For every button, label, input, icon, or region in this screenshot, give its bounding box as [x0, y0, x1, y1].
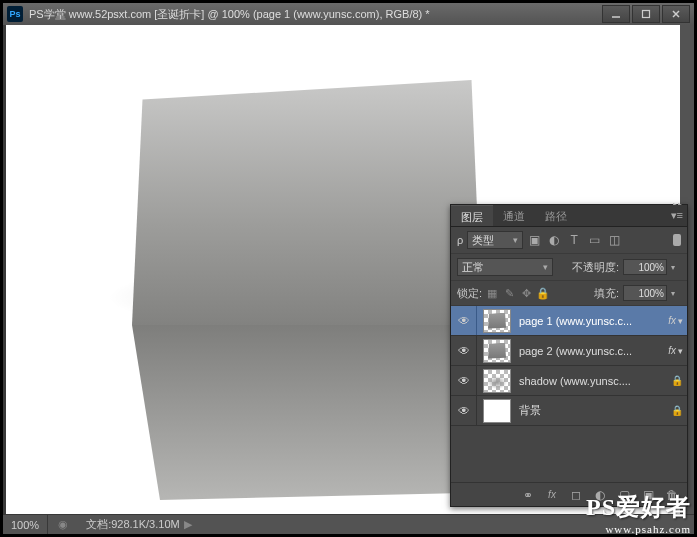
opacity-label: 不透明度:: [572, 260, 619, 275]
layer-name[interactable]: shadow (www.yunsc....: [517, 375, 667, 387]
watermark: PS爱好者 www.psahz.com: [586, 491, 691, 535]
close-button[interactable]: [662, 5, 690, 23]
layer-row[interactable]: 👁shadow (www.yunsc....🔒: [451, 366, 687, 396]
fill-slider-icon[interactable]: ▾: [671, 289, 681, 298]
layer-fx-badge[interactable]: fx: [668, 315, 676, 326]
zoom-level[interactable]: 100%: [3, 515, 48, 534]
filter-type-icon[interactable]: T: [567, 233, 581, 247]
layers-panel: ▸▸ 图层 通道 路径 ▾≡ ρ 类型▾ ▣ ◐ T ▭ ◫ 正常▾ 不透明度:…: [450, 204, 688, 507]
lock-all-icon[interactable]: 🔒: [537, 287, 549, 300]
filter-pixel-icon[interactable]: ▣: [527, 233, 541, 247]
lock-icon: 🔒: [671, 375, 683, 386]
layer-row[interactable]: 👁page 2 (www.yunsc.c...fx▾: [451, 336, 687, 366]
layer-row[interactable]: 👁page 1 (www.yunsc.c...fx▾: [451, 306, 687, 336]
tab-layers[interactable]: 图层: [451, 205, 493, 226]
blend-mode-select[interactable]: 正常▾: [457, 258, 553, 276]
fx-expand-icon[interactable]: ▾: [678, 316, 683, 326]
layer-thumbnail[interactable]: [483, 399, 511, 423]
layer-filter-type-select[interactable]: 类型▾: [467, 231, 523, 249]
layer-name[interactable]: page 2 (www.yunsc.c...: [517, 345, 668, 357]
visibility-toggle[interactable]: 👁: [451, 366, 477, 395]
window-title: PS学堂 www.52psxt.com [圣诞折卡] @ 100% (page …: [29, 7, 602, 22]
visibility-toggle[interactable]: 👁: [451, 396, 477, 425]
layer-thumbnail[interactable]: [483, 339, 511, 363]
lock-transparent-icon[interactable]: ▦: [486, 287, 498, 300]
link-layers-icon[interactable]: ⚭: [521, 488, 535, 502]
tab-channels[interactable]: 通道: [493, 205, 535, 226]
layer-fx-icon[interactable]: fx: [545, 489, 559, 500]
artwork-page-top: [132, 80, 482, 325]
panel-menu-icon[interactable]: ▾≡: [671, 209, 683, 222]
lock-icon: 🔒: [671, 405, 683, 416]
layer-name[interactable]: page 1 (www.yunsc.c...: [517, 315, 668, 327]
filter-smart-icon[interactable]: ◫: [607, 233, 621, 247]
app-icon: Ps: [7, 6, 23, 22]
layer-thumbnail[interactable]: [483, 369, 511, 393]
doc-info-dropdown-icon[interactable]: ▶: [184, 518, 192, 530]
opacity-slider-icon[interactable]: ▾: [671, 263, 681, 272]
visibility-toggle[interactable]: 👁: [451, 336, 477, 365]
layer-fx-badge[interactable]: fx: [668, 345, 676, 356]
visibility-toggle[interactable]: 👁: [451, 306, 477, 335]
fill-input[interactable]: 100%: [623, 285, 667, 301]
window-titlebar: Ps PS学堂 www.52psxt.com [圣诞折卡] @ 100% (pa…: [3, 3, 694, 25]
lock-pixels-icon[interactable]: ✎: [503, 287, 515, 300]
layer-filter-icons: ▣ ◐ T ▭ ◫: [527, 233, 621, 247]
globe-icon: ◉: [48, 518, 78, 531]
watermark-text: PS爱好者: [586, 491, 691, 523]
watermark-url: www.psahz.com: [586, 523, 691, 535]
layer-mask-icon[interactable]: ◻: [569, 488, 583, 502]
maximize-button[interactable]: [632, 5, 660, 23]
minimize-button[interactable]: [602, 5, 630, 23]
filter-shape-icon[interactable]: ▭: [587, 233, 601, 247]
fill-label: 填充:: [594, 286, 619, 301]
layer-thumbnail[interactable]: [483, 309, 511, 333]
fx-expand-icon[interactable]: ▾: [678, 346, 683, 356]
filter-adjust-icon[interactable]: ◐: [547, 233, 561, 247]
tab-paths[interactable]: 路径: [535, 205, 577, 226]
layer-row[interactable]: 👁背景🔒: [451, 396, 687, 426]
opacity-input[interactable]: 100%: [623, 259, 667, 275]
svg-rect-1: [643, 11, 650, 18]
lock-position-icon[interactable]: ✥: [520, 287, 532, 300]
artwork-page-bottom: [132, 325, 482, 500]
lock-label: 锁定:: [457, 286, 482, 301]
filter-toggle-switch[interactable]: [673, 234, 681, 246]
layer-name[interactable]: 背景: [517, 403, 667, 418]
